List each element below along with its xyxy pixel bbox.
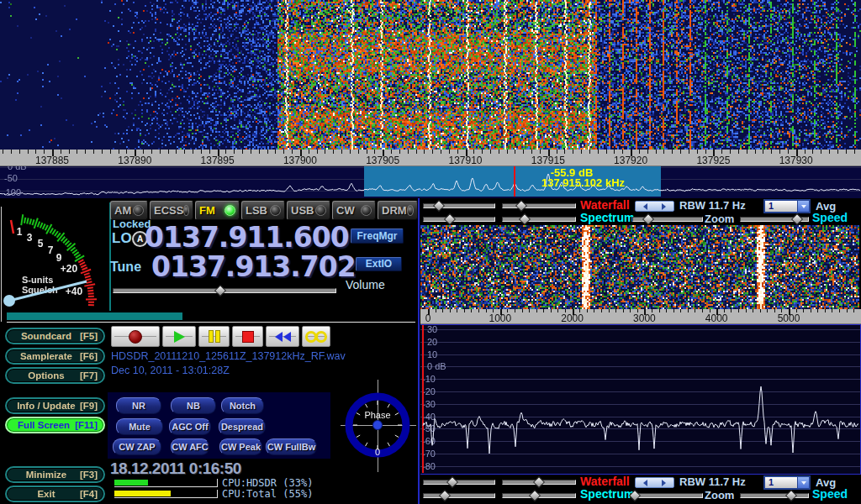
cpu-usage-label: CPU:HDSDR (33%) — [222, 477, 313, 489]
recording-date: Dec 10, 2011 - 13:01:28Z — [111, 365, 230, 376]
spectrum-label: Spectrum — [580, 212, 635, 224]
zoom-label: Zoom — [705, 489, 734, 501]
meter-frame-line — [1, 207, 2, 322]
slider-thumb[interactable] — [433, 200, 445, 212]
cw-fullbw-button[interactable]: CW FullBw — [266, 438, 317, 455]
zoom-slider[interactable] — [632, 213, 703, 224]
vertical-divider — [418, 198, 420, 504]
slider-thumb[interactable] — [791, 213, 803, 225]
spectrum-range-slider[interactable] — [423, 213, 495, 224]
mute-button[interactable]: Mute — [116, 418, 163, 435]
tune-label: Tune — [110, 260, 141, 275]
pause-button[interactable] — [198, 326, 230, 347]
mode-button-am[interactable]: AM — [110, 201, 148, 220]
spectrum-offset-slider[interactable] — [502, 490, 576, 501]
lo-frequency-display[interactable]: 0137.911.600 — [145, 223, 349, 251]
stop-button[interactable] — [232, 326, 263, 347]
zoom-waterfall-display[interactable] — [420, 225, 859, 309]
play-button[interactable] — [162, 326, 196, 347]
lo-label: LO — [112, 230, 132, 247]
mode-led-am — [133, 205, 144, 216]
cursor-frequency-readout: 137.915.102 kHz — [541, 176, 642, 189]
mode-button-lsb[interactable]: LSB — [241, 201, 285, 220]
waterfall-contrast-slider[interactable] — [423, 200, 495, 211]
mode-button-usb[interactable]: USB — [287, 201, 330, 220]
zoom-spectrum-display[interactable] — [420, 324, 861, 475]
spin-left-icon[interactable] — [643, 480, 647, 486]
waterfall-brightness-slider[interactable] — [502, 200, 576, 211]
loop-button[interactable] — [302, 326, 330, 347]
waterfall-brightness-slider[interactable] — [502, 476, 576, 487]
spectrum-range-slider[interactable] — [423, 490, 495, 501]
info-update-button[interactable]: Info / Update[F9] — [5, 397, 105, 414]
squelch-level-bar[interactable] — [7, 312, 182, 320]
zoom-label: Zoom — [705, 213, 734, 225]
mode-button-row: AMECSSFMLSBUSBCWDRM — [110, 201, 418, 220]
cw-zap-button[interactable]: CW ZAP — [113, 438, 161, 455]
s-meter[interactable] — [2, 200, 108, 318]
spin-left-icon[interactable] — [643, 203, 647, 210]
despread-button[interactable]: Despread — [219, 418, 266, 435]
full-screen-button[interactable]: Full Screen[F11] — [5, 417, 105, 433]
slider-thumb[interactable] — [785, 490, 797, 501]
freqmgr-button[interactable]: FreqMgr — [351, 228, 404, 244]
record-button[interactable] — [111, 326, 160, 347]
slider-thumb[interactable] — [446, 476, 458, 488]
slider-thumb[interactable] — [214, 285, 226, 297]
stop-icon — [242, 331, 254, 343]
band-arrows-spinner[interactable] — [635, 477, 674, 488]
speed-slider[interactable] — [740, 213, 809, 224]
avg-select[interactable]: 1 — [763, 199, 811, 213]
band-arrows-spinner[interactable] — [635, 201, 674, 212]
cpu-usage-bar — [114, 479, 218, 487]
cw-afc-button[interactable]: CW AFC — [171, 438, 209, 455]
tune-frequency-display[interactable]: 0137.913.702 — [151, 253, 356, 281]
slider-thumb[interactable] — [519, 213, 531, 225]
soundcard-button[interactable]: Soundcard[F5] — [5, 328, 105, 344]
avg-select-value: 1 — [765, 201, 797, 212]
mode-button-fm[interactable]: FM — [195, 201, 240, 220]
minimize-button[interactable]: Minimize[F3] — [5, 466, 105, 483]
slider-thumb[interactable] — [529, 490, 541, 501]
nb-button[interactable]: NB — [171, 397, 216, 414]
slider-thumb[interactable] — [515, 200, 527, 212]
options-button[interactable]: Options[F7] — [5, 367, 105, 384]
avg-select[interactable]: 1 — [763, 475, 811, 490]
slider-thumb[interactable] — [642, 213, 654, 225]
main-spectrum-strip[interactable] — [0, 166, 861, 198]
exit-button[interactable]: Exit[F4] — [5, 486, 105, 502]
dropdown-arrow-icon[interactable] — [797, 201, 809, 212]
extio-button[interactable]: ExtIO — [356, 257, 402, 271]
rbw-label: RBW 11.7 Hz — [679, 475, 746, 488]
rewind-button[interactable] — [266, 326, 299, 347]
samplerate-button[interactable]: Samplerate[F6] — [5, 348, 105, 365]
spin-right-icon[interactable] — [662, 480, 666, 486]
phase-dial[interactable] — [341, 380, 416, 472]
cpu-usage-bar — [114, 490, 218, 498]
dsp-button-panel: NRNBNotchMuteAGC OffDespreadCW ZAPCW AFC… — [108, 392, 330, 459]
main-waterfall-display[interactable] — [0, 0, 861, 150]
slider-thumb[interactable] — [444, 213, 456, 225]
cw-peak-button[interactable]: CW Peak — [219, 438, 262, 455]
spin-right-icon[interactable] — [662, 203, 666, 210]
agc-off-button[interactable]: AGC Off — [169, 418, 211, 435]
slider-thumb[interactable] — [439, 490, 451, 501]
mode-button-ecss[interactable]: ECSS — [150, 201, 193, 220]
zoom-slider[interactable] — [632, 490, 703, 501]
dropdown-arrow-icon[interactable] — [797, 477, 809, 488]
waterfall-contrast-slider[interactable] — [423, 476, 495, 487]
nr-button[interactable]: NR — [116, 397, 161, 414]
mode-led-ecss — [183, 205, 189, 216]
mode-button-cw[interactable]: CW — [332, 201, 376, 220]
zoom-frequency-scale[interactable] — [420, 309, 861, 324]
waterfall-label: Waterfall — [580, 475, 630, 488]
slider-thumb[interactable] — [533, 476, 545, 488]
pause-icon — [208, 330, 221, 343]
upper-display-controls: WaterfallRBW 11.7 Hz1AvgSpectrumZoomSpee… — [420, 199, 861, 225]
mode-button-drm[interactable]: DRM — [378, 201, 418, 220]
volume-slider[interactable] — [113, 285, 336, 296]
spectrum-offset-slider[interactable] — [502, 213, 576, 224]
speed-slider[interactable] — [740, 490, 809, 501]
frequency-scale[interactable] — [0, 150, 861, 166]
notch-button[interactable]: Notch — [221, 397, 264, 414]
